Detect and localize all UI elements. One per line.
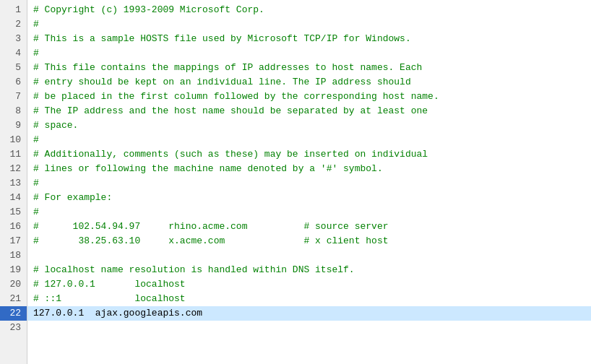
code-line-4: #: [27, 46, 591, 61]
code-line-3: # This is a sample HOSTS file used by Mi…: [27, 32, 591, 46]
line-number-15: 15: [0, 205, 27, 220]
code-line-1: # Copyright (c) 1993-2009 Microsoft Corp…: [27, 3, 591, 17]
code-line-16: # 102.54.94.97 rhino.acme.com # source s…: [27, 220, 591, 234]
code-line-21: # ::1 localhost: [27, 292, 591, 306]
code-line-18: [27, 248, 591, 263]
line-number-13: 13: [0, 176, 27, 191]
line-number-21: 21: [0, 292, 27, 306]
line-number-1: 1: [0, 3, 27, 17]
code-line-12: # lines or following the machine name de…: [27, 162, 591, 176]
line-number-23: 23: [0, 321, 27, 335]
line-number-16: 16: [0, 220, 27, 234]
line-number-2: 2: [0, 17, 27, 32]
code-line-19: # localhost name resolution is handled w…: [27, 263, 591, 277]
code-line-13: #: [27, 176, 591, 191]
line-number-18: 18: [0, 248, 27, 263]
code-line-9: # space.: [27, 118, 591, 133]
code-line-5: # This file contains the mappings of IP …: [27, 61, 591, 75]
line-number-3: 3: [0, 32, 27, 46]
code-line-8: # The IP address and the host name shoul…: [27, 104, 591, 118]
code-line-14: # For example:: [27, 191, 591, 205]
line-number-14: 14: [0, 191, 27, 205]
line-number-19: 19: [0, 263, 27, 277]
code-line-11: # Additionally, comments (such as these)…: [27, 147, 591, 162]
code-area[interactable]: # Copyright (c) 1993-2009 Microsoft Corp…: [27, 0, 591, 364]
line-number-8: 8: [0, 104, 27, 118]
line-number-17: 17: [0, 234, 27, 248]
code-line-6: # entry should be kept on an individual …: [27, 75, 591, 90]
line-number-11: 11: [0, 147, 27, 162]
line-number-7: 7: [0, 90, 27, 104]
code-line-7: # be placed in the first column followed…: [27, 90, 591, 104]
code-line-22: 127.0.0.1 ajax.googleapis.com: [27, 306, 591, 321]
code-line-20: # 127.0.0.1 localhost: [27, 277, 591, 292]
code-line-23: [27, 321, 591, 335]
line-numbers: 1234567891011121314151617181920212223: [0, 0, 27, 364]
line-number-5: 5: [0, 61, 27, 75]
code-line-10: #: [27, 133, 591, 147]
line-number-22: 22: [0, 306, 27, 321]
code-line-17: # 38.25.63.10 x.acme.com # x client host: [27, 234, 591, 248]
line-number-12: 12: [0, 162, 27, 176]
line-number-9: 9: [0, 118, 27, 133]
line-number-4: 4: [0, 46, 27, 61]
line-number-6: 6: [0, 75, 27, 90]
code-line-15: #: [27, 205, 591, 220]
line-number-10: 10: [0, 133, 27, 147]
line-number-20: 20: [0, 277, 27, 292]
code-line-2: #: [27, 17, 591, 32]
editor-container: 1234567891011121314151617181920212223 # …: [0, 0, 591, 364]
